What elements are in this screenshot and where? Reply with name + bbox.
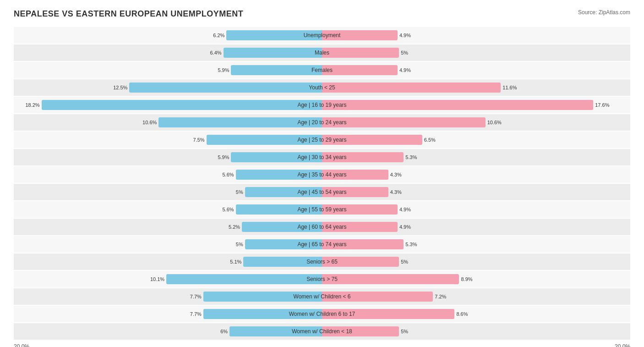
bar-right: 5.3% — [322, 239, 404, 249]
left-bar-container: 5.9% — [14, 149, 322, 165]
bar-left: 7.7% — [203, 309, 322, 319]
bar-right: 6.5% — [322, 135, 422, 145]
right-bar-container: 7.2% — [322, 288, 630, 305]
bar-left: 5.9% — [231, 152, 322, 162]
left-bar-container: 6.4% — [14, 44, 322, 61]
bar-value-left: 7.5% — [193, 137, 205, 143]
bar-value-right: 11.6% — [502, 85, 517, 90]
chart-container: NEPALESE VS EASTERN EUROPEAN UNEMPLOYMEN… — [0, 0, 644, 347]
bar-right: 4.3% — [322, 187, 388, 197]
chart-row: 6.2% Unemployment 4.9% — [14, 27, 630, 44]
bar-left: 5.6% — [236, 170, 322, 180]
right-bar-container: 4.9% — [322, 27, 630, 44]
bar-left: 6% — [229, 326, 322, 336]
bar-value-right: 5% — [401, 50, 408, 55]
left-bar-container: 7.5% — [14, 132, 322, 148]
left-bar-container: 5.2% — [14, 219, 322, 235]
bar-right: 8.6% — [322, 309, 454, 319]
left-bar-container: 18.2% — [14, 97, 322, 113]
chart-title: NEPALESE VS EASTERN EUROPEAN UNEMPLOYMEN… — [14, 9, 243, 19]
bar-right: 4.9% — [322, 30, 398, 40]
left-bar-container: 5.1% — [14, 253, 322, 270]
bar-right: 5% — [322, 326, 399, 336]
bar-left: 6.4% — [224, 48, 322, 58]
chart-row: 5% Age | 65 to 74 years 5.3% — [14, 236, 630, 253]
chart-row: 12.5% Youth < 25 11.6% — [14, 79, 630, 96]
bar-right: 17.6% — [322, 100, 593, 110]
chart-row: 5.1% Seniors > 65 5% — [14, 253, 630, 270]
right-bar-container: 8.6% — [322, 306, 630, 322]
bar-value-left: 5% — [236, 242, 243, 247]
right-bar-container: 5% — [322, 253, 630, 270]
bar-right: 4.3% — [322, 170, 388, 180]
right-bar-container: 4.9% — [322, 62, 630, 78]
chart-row: 5.6% Age | 55 to 59 years 4.9% — [14, 201, 630, 218]
chart-row: 5.2% Age | 60 to 64 years 4.9% — [14, 219, 630, 235]
left-bar-container: 7.7% — [14, 288, 322, 305]
bar-value-right: 10.6% — [487, 120, 502, 125]
right-bar-container: 5.3% — [322, 236, 630, 253]
left-bar-container: 6% — [14, 323, 322, 340]
bar-right: 11.6% — [322, 83, 501, 93]
bar-left: 7.7% — [203, 292, 322, 302]
bar-value-left: 6.4% — [210, 50, 222, 55]
bar-value-left: 5.9% — [218, 67, 229, 73]
left-bar-container: 10.1% — [14, 271, 322, 287]
bar-value-left: 5.6% — [222, 207, 234, 212]
bar-right: 4.9% — [322, 204, 398, 215]
right-bar-container: 8.9% — [322, 271, 630, 287]
bar-right: 8.9% — [322, 274, 459, 284]
right-bar-container: 4.3% — [322, 184, 630, 200]
chart-row: 5.9% Females 4.9% — [14, 62, 630, 78]
bar-value-left: 5.9% — [218, 154, 229, 160]
bar-value-left: 5.6% — [222, 172, 234, 177]
bar-value-right: 5.3% — [405, 154, 417, 160]
right-bar-container: 11.6% — [322, 79, 630, 96]
bar-value-left: 6% — [220, 329, 228, 334]
bar-value-right: 4.9% — [399, 224, 411, 230]
chart-row: 7.5% Age | 25 to 29 years 6.5% — [14, 132, 630, 148]
bar-left: 18.2% — [42, 100, 322, 110]
bar-value-right: 4.9% — [399, 67, 411, 73]
chart-row: 5% Age | 45 to 54 years 4.3% — [14, 184, 630, 200]
bar-value-right: 4.9% — [399, 33, 411, 38]
bar-value-left: 10.1% — [150, 276, 164, 282]
bar-value-right: 4.3% — [390, 172, 402, 177]
bar-value-left: 7.7% — [190, 311, 202, 317]
chart-row: 5.6% Age | 35 to 44 years 4.3% — [14, 166, 630, 183]
right-bar-container: 10.6% — [322, 114, 630, 131]
chart-row: 18.2% Age | 16 to 19 years 17.6% — [14, 97, 630, 113]
bar-left: 5% — [245, 239, 322, 249]
bar-value-right: 4.3% — [390, 189, 402, 195]
bar-value-right: 4.9% — [399, 207, 411, 212]
left-bar-container: 12.5% — [14, 79, 322, 96]
left-bar-container: 5.9% — [14, 62, 322, 78]
left-bar-container: 6.2% — [14, 27, 322, 44]
chart-header: NEPALESE VS EASTERN EUROPEAN UNEMPLOYMEN… — [14, 9, 630, 19]
right-bar-container: 5.3% — [322, 149, 630, 165]
left-bar-container: 5% — [14, 184, 322, 200]
right-bar-container: 17.6% — [322, 97, 630, 113]
right-bar-container: 4.3% — [322, 166, 630, 183]
bar-left: 5.1% — [243, 257, 322, 267]
chart-row: 5.9% Age | 30 to 34 years 5.3% — [14, 149, 630, 165]
bar-value-right: 6.5% — [424, 137, 436, 143]
bar-value-left: 7.7% — [190, 294, 202, 299]
right-bar-container: 5% — [322, 323, 630, 340]
chart-row: 6% Women w/ Children < 18 5% — [14, 323, 630, 340]
bar-left: 5.6% — [236, 204, 322, 215]
bar-value-right: 5% — [401, 329, 408, 334]
bar-left: 12.5% — [129, 83, 322, 93]
bar-value-left: 6.2% — [213, 33, 224, 38]
axis-label-right: 20.0% — [322, 343, 630, 347]
bar-right: 7.2% — [322, 292, 433, 302]
bar-left: 10.6% — [158, 117, 322, 127]
chart-source: Source: ZipAtlas.com — [578, 9, 630, 16]
bar-value-right: 17.6% — [595, 102, 609, 108]
right-bar-container: 4.9% — [322, 219, 630, 235]
bar-left: 6.2% — [226, 30, 322, 40]
bar-right: 5% — [322, 257, 399, 267]
left-bar-container: 5% — [14, 236, 322, 253]
bar-value-left: 10.6% — [142, 120, 157, 125]
bar-value-left: 5.1% — [230, 259, 241, 264]
